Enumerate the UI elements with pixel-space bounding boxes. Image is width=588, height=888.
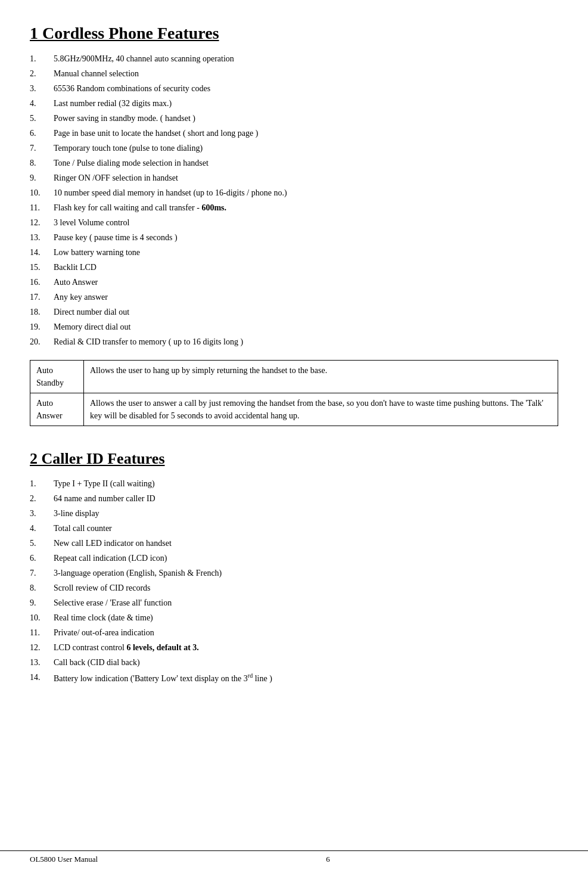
feature-table: AutoStandby Allows the user to hang up b… (30, 360, 558, 426)
list-item: 18. Direct number dial out (30, 306, 558, 318)
list-item: 17. Any key answer (30, 291, 558, 303)
list-item: 13. Call back (CID dial back) (30, 656, 558, 669)
section2-title: 2 Caller ID Features (30, 450, 558, 468)
list-item: 3. 65536 Random combinations of security… (30, 82, 558, 95)
list-item: 4. Total call counter (30, 522, 558, 535)
footer-page-number: 6 (326, 855, 330, 864)
list-item: 1. Type I + Type II (call waiting) (30, 477, 558, 490)
footer-left: OL5800 User Manual (30, 855, 98, 864)
list-item: 4. Last number redial (32 digits max.) (30, 97, 558, 110)
list-item: 5. New call LED indicator on handset (30, 537, 558, 549)
list-item: 11. Flash key for call waiting and call … (30, 201, 558, 214)
list-item: 14. Low battery warning tone (30, 246, 558, 259)
list-item: 2. 64 name and number caller ID (30, 492, 558, 505)
table-desc-auto-standby: Allows the user to hang up by simply ret… (84, 361, 558, 393)
list-item: 13. Pause key ( pause time is 4 seconds … (30, 231, 558, 244)
section2-feature-list: 1. Type I + Type II (call waiting) 2. 64… (30, 477, 558, 685)
list-item: 15. Backlit LCD (30, 261, 558, 274)
list-item: 8. Tone / Pulse dialing mode selection i… (30, 157, 558, 169)
list-item: 16. Auto Answer (30, 276, 558, 288)
list-item: 1. 5.8GHz/900MHz, 40 channel auto scanni… (30, 52, 558, 65)
list-item: 9. Ringer ON /OFF selection in handset (30, 172, 558, 184)
list-item: 8. Scroll review of CID records (30, 582, 558, 594)
list-item: 6. Repeat call indication (LCD icon) (30, 552, 558, 564)
table-row: AutoStandby Allows the user to hang up b… (30, 361, 558, 393)
section1-title: 1 Cordless Phone Features (30, 24, 558, 43)
table-label-auto-standby: AutoStandby (30, 361, 84, 393)
list-item: 7. 3-language operation (English, Spanis… (30, 567, 558, 579)
list-item: 14. Battery low indication ('Battery Low… (30, 671, 558, 685)
list-item: 2. Manual channel selection (30, 67, 558, 80)
footer: OL5800 User Manual 6 (0, 850, 588, 864)
list-item: 10. 10 number speed dial memory in hands… (30, 187, 558, 199)
list-item: 6. Page in base unit to locate the hands… (30, 127, 558, 139)
table-row: AutoAnswer Allows the user to answer a c… (30, 393, 558, 426)
list-item: 11. Private/ out-of-area indication (30, 626, 558, 639)
list-item: 7. Temporary touch tone (pulse to tone d… (30, 142, 558, 154)
list-item: 9. Selective erase / 'Erase all' functio… (30, 597, 558, 609)
list-item: 12. 3 level Volume control (30, 216, 558, 229)
section1-feature-list: 1. 5.8GHz/900MHz, 40 channel auto scanni… (30, 52, 558, 348)
table-desc-auto-answer: Allows the user to answer a call by just… (84, 393, 558, 426)
list-item: 20. Redial & CID transfer to memory ( up… (30, 336, 558, 348)
list-item: 5. Power saving in standby mode. ( hands… (30, 112, 558, 125)
list-item: 19. Memory direct dial out (30, 321, 558, 333)
list-item: 3. 3-line display (30, 507, 558, 520)
list-item: 12. LCD contrast control 6 levels, defau… (30, 641, 558, 654)
table-label-auto-answer: AutoAnswer (30, 393, 84, 426)
list-item: 10. Real time clock (date & time) (30, 611, 558, 624)
